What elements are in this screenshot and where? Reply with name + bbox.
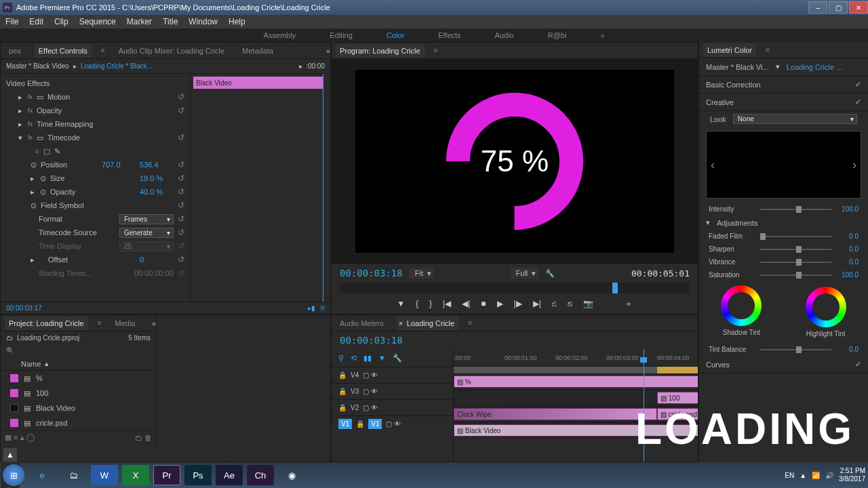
track-v2[interactable]: Clock Wipe▧ cricle.psd	[454, 406, 698, 422]
tag-icon[interactable]: ▼	[378, 354, 386, 362]
maximize-button[interactable]: ▢	[829, 1, 848, 14]
highlight-tint-wheel[interactable]: Highlight Tint	[802, 287, 850, 338]
ie-icon[interactable]: e	[28, 465, 56, 485]
shadow-tint-wheel[interactable]: Shadow Tint	[717, 287, 765, 338]
step-fwd-icon[interactable]: |▶	[514, 299, 522, 308]
tray-flag-icon[interactable]: ▲	[800, 472, 806, 479]
fx-timeremap[interactable]: ▸fxTime Remapping	[1, 117, 190, 131]
slider-intensity[interactable]: Intensity100.0	[699, 203, 868, 216]
tray-volume-icon[interactable]: 🔊	[825, 472, 833, 479]
program-viewport[interactable]: 75 %	[355, 70, 674, 253]
marker-icon[interactable]: ▮▮	[363, 354, 372, 363]
prop-format[interactable]: FormatFrames↺	[1, 212, 190, 226]
menu-title[interactable]: Title	[163, 17, 178, 26]
timeline-playhead[interactable]	[644, 349, 644, 462]
workspace-custom[interactable]: R@bi	[548, 31, 567, 39]
section-adjustments[interactable]: Adjustments	[717, 219, 758, 227]
program-scrubber[interactable]	[340, 283, 690, 293]
section-curves[interactable]: Curves✓	[699, 356, 868, 373]
video-effects-section[interactable]: Video Effects	[1, 77, 190, 90]
tray-network-icon[interactable]: 📶	[812, 472, 820, 479]
chrome-icon[interactable]: ◉	[278, 465, 305, 485]
col-name[interactable]: Name	[21, 360, 41, 368]
minimize-button[interactable]: –	[808, 1, 827, 14]
mark-in-icon[interactable]: ▼	[397, 299, 405, 308]
selection-tool[interactable]: ▲	[3, 448, 17, 462]
lumetri-seq[interactable]: Loading Cricle ...	[787, 63, 843, 71]
excel-icon[interactable]: X	[122, 465, 149, 485]
zoom-fit-dropdown[interactable]: Fit	[410, 268, 434, 279]
start-button[interactable]: ⊞	[3, 464, 24, 486]
mask-tools[interactable]: ○ ▢ ✎	[1, 144, 190, 158]
menu-marker[interactable]: Marker	[127, 17, 152, 26]
linked-selection-icon[interactable]: ⟲	[351, 354, 357, 363]
project-item[interactable]: ▤100	[1, 386, 156, 401]
section-creative[interactable]: Creative✓	[699, 94, 868, 111]
lift-icon[interactable]: ⎌	[552, 299, 557, 308]
tab-audio-meters[interactable]: Audio Meters	[336, 317, 388, 330]
look-prev-icon[interactable]: ‹	[711, 158, 715, 172]
timeline-timecode[interactable]: 00:00:03:18	[340, 335, 403, 346]
step-back-icon[interactable]: ◀|	[462, 299, 470, 308]
program-timecode[interactable]: 00:00:03:18	[340, 268, 403, 279]
track-header-v3[interactable]: 🔒 V3 ▢ 👁	[332, 383, 453, 399]
slider-vibrance[interactable]: Vibrance0.0	[699, 256, 868, 268]
tab-metadata[interactable]: Metadata	[238, 44, 277, 58]
ec-seq-label[interactable]: Loading Cricle * Black...	[81, 62, 153, 70]
goto-in-icon[interactable]: |◀	[443, 299, 451, 308]
slider-faded-film[interactable]: Faded Film0.0	[699, 230, 868, 243]
prop-tc-source[interactable]: Timecode SourceGenerate↺	[1, 226, 190, 239]
out-point-icon[interactable]: }	[429, 299, 432, 308]
menu-file[interactable]: File	[5, 17, 18, 26]
stop-icon[interactable]: ■	[481, 299, 486, 308]
workspace-color[interactable]: Color	[387, 31, 404, 39]
resolution-dropdown[interactable]: Full	[511, 268, 539, 279]
overflow-icon[interactable]: »	[326, 47, 330, 55]
slider-saturation[interactable]: Saturation100.0	[699, 268, 868, 281]
workspace-overflow-icon[interactable]: »	[600, 31, 604, 39]
menu-help[interactable]: Help	[229, 17, 245, 26]
track-header-v4[interactable]: 🔒 V4 ▢ 👁	[332, 367, 453, 383]
snap-icon[interactable]: ⚲	[338, 354, 344, 363]
explorer-icon[interactable]: 🗂	[60, 465, 87, 485]
prop-opacity[interactable]: ▸⊙Opacity40.0 %↺	[1, 185, 190, 199]
workspace-editing[interactable]: Editing	[330, 31, 353, 39]
tab-media[interactable]: Media	[111, 317, 140, 330]
tab-effect-controls[interactable]: Effect Controls	[35, 44, 92, 58]
goto-out-icon[interactable]: ▶|	[533, 299, 541, 308]
section-basic-correction[interactable]: Basic Correction✓	[699, 76, 868, 94]
track-header-v1[interactable]: V1 🔒 V1 ▢ 👁	[332, 415, 453, 432]
prop-offset[interactable]: ▸Offset0↺	[1, 253, 190, 266]
look-next-icon[interactable]: ›	[852, 158, 856, 172]
menu-edit[interactable]: Edit	[29, 17, 43, 26]
track-v3[interactable]: ▧ 100	[454, 390, 698, 406]
prop-field-symbol[interactable]: ⊙Field Symbol↺	[1, 199, 190, 212]
wrench-icon[interactable]: 🔧	[393, 354, 402, 363]
menu-sequence[interactable]: Sequence	[79, 17, 116, 26]
panel-menu-icon[interactable]: ≡	[101, 47, 105, 54]
lang-indicator[interactable]: EN	[785, 472, 794, 479]
workspace-assembly[interactable]: Assembly	[264, 31, 296, 39]
slider-tint-balance[interactable]: Tint Balance0.0	[699, 343, 868, 356]
ec-mini-timeline[interactable]: Black Video	[191, 74, 330, 302]
photoshop-icon[interactable]: Ps	[184, 465, 212, 485]
search-icon[interactable]: 🔍	[6, 347, 14, 354]
aftereffects-icon[interactable]: Ae	[216, 465, 243, 485]
project-item[interactable]: ▤cricle.psd	[1, 415, 156, 430]
prop-position[interactable]: ⊙Position707.0536.4↺	[1, 158, 190, 171]
premiere-icon[interactable]: Pr	[153, 465, 180, 485]
menu-window[interactable]: Window	[189, 17, 218, 26]
look-dropdown[interactable]: None	[733, 114, 857, 124]
workspace-audio[interactable]: Audio	[495, 31, 514, 39]
close-button[interactable]: ✕	[849, 1, 868, 14]
track-v4[interactable]: ▧ %	[454, 373, 698, 390]
characteranim-icon[interactable]: Ch	[247, 465, 274, 485]
menu-clip[interactable]: Clip	[54, 17, 68, 26]
fx-opacity[interactable]: ▸fxOpacity↺	[1, 104, 190, 117]
tab-types[interactable]: pes	[5, 44, 25, 58]
tab-program[interactable]: Program: Loading Cricle	[336, 44, 425, 58]
tray-clock[interactable]: 2:51 PM3/8/2017	[839, 467, 865, 483]
word-icon[interactable]: W	[91, 465, 118, 485]
project-item[interactable]: ▤Black Video	[1, 401, 156, 415]
tab-audio-mixer[interactable]: Audio Clip Mixer: Loading Cricle	[115, 44, 229, 58]
